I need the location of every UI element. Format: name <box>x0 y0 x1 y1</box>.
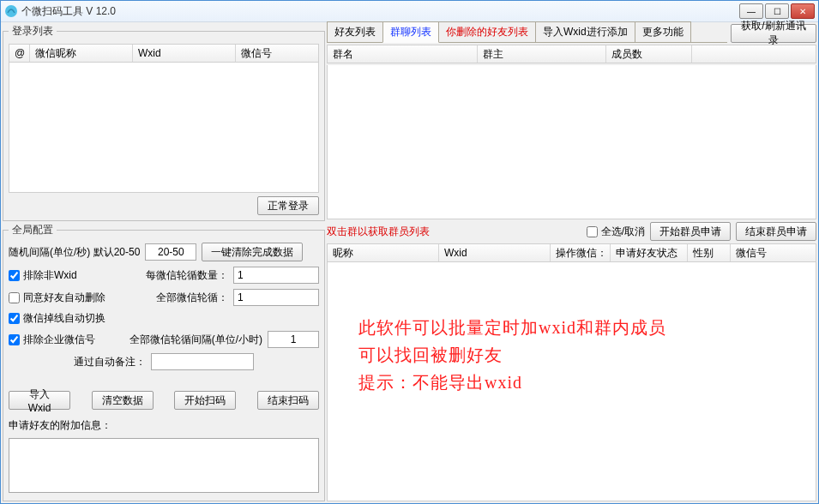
interval-input[interactable] <box>145 243 196 261</box>
overlay-line3: 提示：不能导出wxid <box>358 369 666 396</box>
lower-table-body[interactable]: 此软件可以批量定时加wxid和群内成员 可以找回被删好友 提示：不能导出wxid <box>327 262 816 501</box>
right-panel: 好友列表 群聊列表 你删除的好友列表 导入Wxid进行添加 更多功能 获取/刷新… <box>327 24 816 501</box>
overlay-line1: 此软件可以批量定时加wxid和群内成员 <box>358 314 666 341</box>
tab-import-wxid[interactable]: 导入Wxid进行添加 <box>535 21 635 42</box>
auto-remark-input[interactable] <box>151 353 254 370</box>
group-col-blank[interactable] <box>692 45 816 63</box>
lower-col-operating-wx[interactable]: 操作微信： <box>551 244 611 261</box>
overlay-text: 此软件可以批量定时加wxid和群内成员 可以找回被删好友 提示：不能导出wxid <box>358 314 666 396</box>
import-wxid-button[interactable]: 导入Wxid <box>9 391 70 410</box>
minimize-button[interactable]: — <box>739 3 763 19</box>
refresh-contacts-button[interactable]: 获取/刷新通讯录 <box>731 24 816 43</box>
offline-switch-checkbox[interactable] <box>9 313 20 324</box>
app-icon <box>4 4 18 18</box>
group-col-members[interactable]: 成员数 <box>606 45 692 63</box>
all-wx-loop-label: 全部微信轮循： <box>156 291 228 305</box>
per-wx-loop-input[interactable] <box>233 267 319 284</box>
all-wx-loop-input[interactable] <box>233 289 319 306</box>
all-wx-interval-label: 全部微信轮循间隔(单位/小时) <box>129 333 262 347</box>
global-config-group: 全局配置 随机间隔(单位/秒) 默认20-50 一键清除完成数据 排除非Wxid… <box>3 223 325 501</box>
tab-deleted-friends[interactable]: 你删除的好友列表 <box>438 21 536 42</box>
per-wx-loop-label: 每微信轮循数量： <box>146 268 228 283</box>
start-member-apply-button[interactable]: 开始群员申请 <box>650 222 731 241</box>
tab-groups[interactable]: 群聊列表 <box>382 21 439 43</box>
start-scan-button[interactable]: 开始扫码 <box>174 391 236 410</box>
offline-switch-label: 微信掉线自动切换 <box>23 311 105 326</box>
lower-col-gender[interactable]: 性别 <box>688 244 731 261</box>
exclude-enterprise-label: 排除企业微信号 <box>23 333 95 347</box>
login-table-body[interactable] <box>9 63 319 193</box>
tab-more[interactable]: 更多功能 <box>635 21 691 42</box>
lower-col-wxid[interactable]: Wxid <box>439 244 551 261</box>
lower-table-header: 昵称 Wxid 操作微信： 申请好友状态 性别 微信号 <box>327 243 816 262</box>
clear-data-button[interactable]: 清空数据 <box>92 391 154 410</box>
tab-friends[interactable]: 好友列表 <box>327 21 383 42</box>
group-table-body[interactable] <box>327 65 816 219</box>
lower-col-nickname[interactable]: 昵称 <box>328 244 439 261</box>
titlebar: 个微扫码工具 V 12.0 — ☐ ✕ <box>1 1 818 22</box>
login-col-wxid[interactable]: Wxid <box>133 45 236 62</box>
right-top: 好友列表 群聊列表 你删除的好友列表 导入Wxid进行添加 更多功能 获取/刷新… <box>327 24 816 43</box>
agree-auto-delete-checkbox[interactable] <box>9 292 20 303</box>
left-panel: 登录列表 @ 微信昵称 Wxid 微信号 正常登录 全局配置 随机间隔(单位/秒… <box>3 24 325 501</box>
login-list-group: 登录列表 @ 微信昵称 Wxid 微信号 正常登录 <box>3 24 325 221</box>
window-controls: — ☐ ✕ <box>739 3 815 19</box>
exclude-non-wxid-label: 排除非Wxid <box>23 268 77 283</box>
global-config-legend: 全局配置 <box>9 223 57 237</box>
app-window: 个微扫码工具 V 12.0 — ☐ ✕ 登录列表 @ 微信昵称 Wxid 微信号… <box>0 0 819 504</box>
tab-bar: 好友列表 群聊列表 你删除的好友列表 导入Wxid进行添加 更多功能 <box>327 24 727 43</box>
select-all-label: 全选/取消 <box>601 225 645 239</box>
normal-login-button[interactable]: 正常登录 <box>257 196 319 215</box>
agree-auto-delete-label: 同意好友自动删除 <box>23 291 105 305</box>
svg-point-0 <box>5 5 17 17</box>
lower-col-wxno[interactable]: 微信号 <box>731 244 816 261</box>
login-table-header: @ 微信昵称 Wxid 微信号 <box>9 44 319 63</box>
group-col-owner[interactable]: 群主 <box>478 45 606 63</box>
login-list-legend: 登录列表 <box>9 24 57 39</box>
auto-remark-label: 通过自动备注： <box>74 355 146 369</box>
extra-info-textarea[interactable] <box>9 438 319 493</box>
lower-col-apply-status[interactable]: 申请好友状态 <box>611 244 688 261</box>
end-member-apply-button[interactable]: 结束群员申请 <box>736 222 816 241</box>
login-col-at[interactable]: @ <box>9 45 30 62</box>
content-area: 登录列表 @ 微信昵称 Wxid 微信号 正常登录 全局配置 随机间隔(单位/秒… <box>1 22 818 503</box>
window-title: 个微扫码工具 V 12.0 <box>21 4 739 19</box>
exclude-enterprise-checkbox[interactable] <box>9 334 20 345</box>
double-click-hint: 双击群以获取群员列表 <box>327 225 581 239</box>
mid-bar: 双击群以获取群员列表 全选/取消 开始群员申请 结束群员申请 <box>327 221 816 242</box>
end-scan-button[interactable]: 结束扫码 <box>257 391 319 410</box>
interval-label: 随机间隔(单位/秒) 默认20-50 <box>9 245 140 260</box>
group-col-name[interactable]: 群名 <box>328 45 478 63</box>
exclude-non-wxid-checkbox[interactable] <box>9 270 20 281</box>
clear-complete-button[interactable]: 一键清除完成数据 <box>202 243 303 261</box>
login-col-nickname[interactable]: 微信昵称 <box>30 45 133 62</box>
group-table-header: 群名 群主 成员数 <box>327 45 816 63</box>
overlay-line2: 可以找回被删好友 <box>358 341 666 369</box>
close-button[interactable]: ✕ <box>791 3 815 19</box>
all-wx-interval-input[interactable] <box>268 331 319 348</box>
extra-info-label: 申请好友的附加信息： <box>9 418 111 433</box>
maximize-button[interactable]: ☐ <box>765 3 789 19</box>
login-col-wxno[interactable]: 微信号 <box>236 45 318 62</box>
right-lower: 昵称 Wxid 操作微信： 申请好友状态 性别 微信号 此软件可以批量定时加wx… <box>327 243 816 501</box>
select-all-checkbox[interactable] <box>587 226 598 237</box>
